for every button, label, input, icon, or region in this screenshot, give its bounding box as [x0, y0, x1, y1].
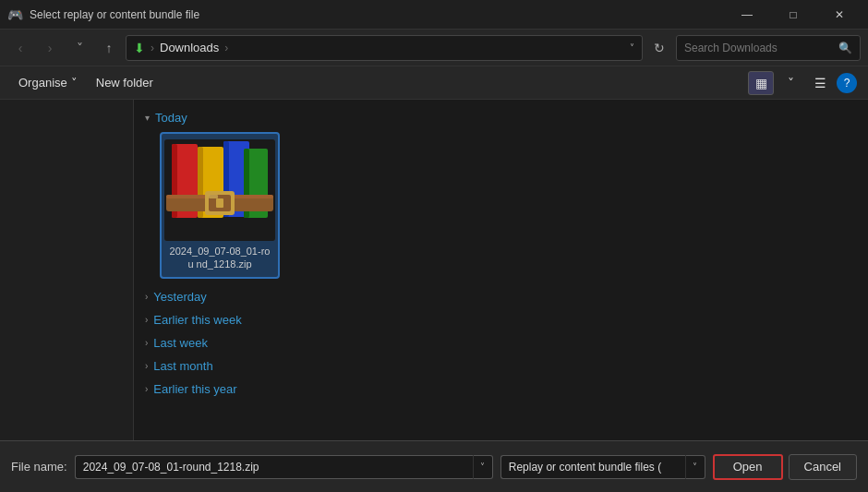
last-month-label: Last month [153, 359, 212, 373]
earlier-this-year-section-header[interactable]: › Earlier this year [145, 378, 857, 400]
cancel-button[interactable]: Cancel [789, 454, 857, 480]
back-button[interactable]: ‹ [7, 35, 33, 61]
address-separator: › [151, 42, 154, 54]
file-item-zip[interactable]: 2024_09_07-08_01-rou nd_1218.zip [160, 132, 280, 279]
today-section-header[interactable]: ▾ Today [145, 107, 857, 128]
forward-button[interactable]: › [37, 35, 63, 61]
today-chevron: ▾ [145, 113, 150, 123]
yesterday-chevron: › [145, 292, 148, 302]
open-button[interactable]: Open [713, 454, 783, 480]
minimize-button[interactable]: — [726, 0, 768, 30]
window-title: Select replay or content bundle file [30, 8, 199, 21]
file-thumbnail [164, 139, 275, 241]
earlier-this-week-section-header[interactable]: › Earlier this week [145, 309, 857, 330]
close-button[interactable]: ✕ [818, 0, 861, 30]
title-bar-left: 🎮 Select replay or content bundle file [7, 7, 199, 22]
address-separator-2: › [224, 42, 228, 54]
filetype-input[interactable] [500, 455, 685, 479]
organise-chevron: ˅ [71, 76, 78, 90]
winrar-icon [164, 139, 275, 241]
downloads-icon: ⬇ [134, 41, 145, 55]
search-icon[interactable]: 🔍 [838, 42, 852, 54]
window-controls: — □ ✕ [726, 0, 861, 30]
today-label: Today [155, 111, 187, 125]
help-button[interactable]: ? [837, 73, 857, 93]
file-area: ▾ Today [134, 100, 868, 440]
earlier-this-year-chevron: › [145, 384, 148, 394]
main-content: ▾ Today [0, 100, 868, 440]
filetype-input-wrap: ˅ [500, 455, 705, 479]
earlier-this-week-label: Earlier this week [153, 313, 241, 327]
last-week-label: Last week [153, 336, 208, 350]
search-box[interactable]: 🔍 [676, 35, 861, 61]
toolbar-left: Organise ˅ New folder [11, 71, 161, 95]
organise-label: Organise [18, 76, 67, 90]
today-file-grid: 2024_09_07-08_01-rou nd_1218.zip [145, 132, 857, 279]
dropdown-view-button[interactable]: ˅ [778, 71, 803, 95]
new-folder-button[interactable]: New folder [89, 71, 161, 95]
yesterday-label: Yesterday [153, 290, 206, 304]
earlier-this-year-label: Earlier this year [153, 382, 236, 396]
title-bar: 🎮 Select replay or content bundle file —… [0, 0, 868, 30]
nav-bar: ‹ › ˅ ↑ ⬇ › Downloads › ˅ ↻ 🔍 [0, 30, 868, 66]
maximize-button[interactable]: □ [772, 0, 814, 30]
action-buttons: Open Cancel [713, 454, 857, 480]
earlier-this-week-chevron: › [145, 315, 148, 325]
refresh-button[interactable]: ↻ [646, 35, 672, 61]
filetype-dropdown-button[interactable]: ˅ [685, 455, 705, 479]
svg-rect-13 [216, 198, 223, 208]
address-bar[interactable]: ⬇ › Downloads › ˅ [126, 35, 643, 61]
last-month-section-header[interactable]: › Last month [145, 355, 857, 377]
address-path: Downloads [160, 41, 219, 54]
search-input[interactable] [684, 42, 833, 54]
last-week-chevron: › [145, 338, 148, 348]
list-view-button[interactable]: ☰ [807, 71, 833, 95]
filename-dropdown-button[interactable]: ˅ [473, 455, 493, 479]
last-week-section-header[interactable]: › Last week [145, 332, 857, 354]
left-panel [0, 100, 134, 440]
yesterday-section-header[interactable]: › Yesterday [145, 286, 857, 307]
toolbar-right: ▦ ˅ ☰ ? [748, 71, 857, 95]
organise-button[interactable]: Organise ˅ [11, 71, 85, 95]
filename-label: File name: [11, 460, 67, 474]
large-icons-view-button[interactable]: ▦ [748, 71, 774, 95]
address-chevron[interactable]: ˅ [630, 42, 634, 53]
up-button[interactable]: ↑ [96, 35, 122, 61]
filename-input-wrap: ˅ [75, 455, 493, 479]
app-icon: 🎮 [7, 7, 22, 22]
file-name: 2024_09_07-08_01-rou nd_1218.zip [167, 245, 272, 271]
recent-locations-button[interactable]: ˅ [66, 35, 92, 61]
bottom-bar: File name: ˅ ˅ Open Cancel [0, 440, 868, 492]
svg-rect-14 [209, 195, 218, 198]
toolbar: Organise ˅ New folder ▦ ˅ ☰ ? [0, 66, 868, 100]
last-month-chevron: › [145, 361, 148, 371]
filename-input[interactable] [75, 455, 473, 479]
